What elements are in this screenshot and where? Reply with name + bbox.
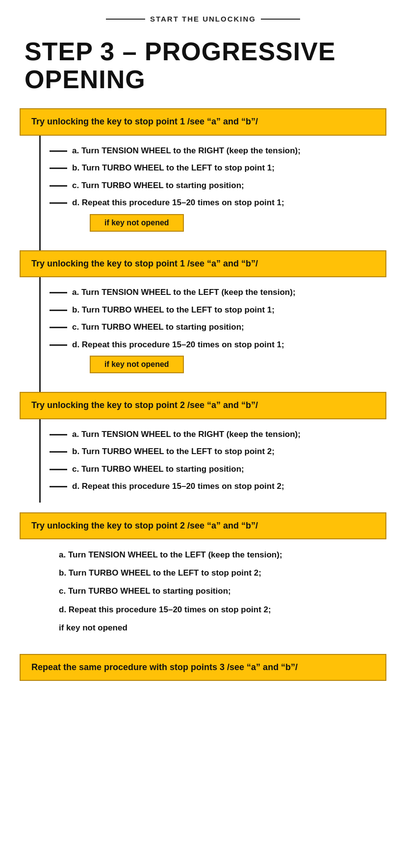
step-dash [50,202,67,204]
section3-banner: Try unlocking the key to stop point 2 /s… [20,392,386,419]
section-3: Try unlocking the key to stop point 2 /s… [20,392,386,502]
list-item: d. Repeat this procedure 15–20 times on … [59,603,386,616]
section2-banner: Try unlocking the key to stop point 1 /s… [20,250,386,277]
list-item: d. Repeat this procedure 15–20 times on … [41,196,386,209]
step-text: d. Repeat this procedure 15–20 times on … [59,605,271,614]
list-item: a. Turn TENSION WHEEL to the RIGHT (keep… [41,145,386,157]
step-text: d. Repeat this procedure 15–20 times on … [72,196,284,209]
step-text: if key not opened [59,623,127,632]
list-item: a. Turn TENSION WHEEL to the LEFT (keep … [59,548,386,561]
step-dash [50,168,67,169]
step-text: b. Turn TURBO WHEEL to the LEFT to stop … [72,162,275,174]
step-dash [50,486,67,487]
step-dash [50,469,67,470]
step-text: d. Repeat this procedure 15–20 times on … [72,480,284,493]
section1-banner: Try unlocking the key to stop point 1 /s… [20,108,386,135]
step-text: b. Turn TURBO WHEEL to the LEFT to stop … [59,568,261,578]
section4-steps: a. Turn TENSION WHEEL to the LEFT (keep … [20,539,386,644]
step-text: a. Turn TENSION WHEEL to the RIGHT (keep… [72,428,301,441]
page: START THE UNLOCKING STEP 3 – PROGRESSIVE… [0,0,406,868]
step-text: a. Turn TENSION WHEEL to the LEFT (keep … [72,286,296,299]
header-title: START THE UNLOCKING [150,15,256,23]
list-item: d. Repeat this procedure 15–20 times on … [41,338,386,351]
step-text: c. Turn TURBO WHEEL to starting position… [72,321,244,334]
badge-container-2: if key not opened [50,356,386,373]
section1-steps: a. Turn TENSION WHEEL to the RIGHT (keep… [39,136,386,241]
list-item: a. Turn TENSION WHEEL to the RIGHT (keep… [41,428,386,441]
connector-2 [39,382,41,392]
step-dash [50,434,67,435]
step-text: c. Turn TURBO WHEEL to starting position… [72,179,244,192]
section2-steps: a. Turn TENSION WHEEL to the LEFT (keep … [39,277,386,382]
section3-steps: a. Turn TENSION WHEEL to the RIGHT (keep… [39,419,386,503]
step-dash [50,292,67,293]
list-item: if key not opened [59,621,386,634]
step-text: b. Turn TURBO WHEEL to the LEFT to stop … [72,445,275,458]
step-text: b. Turn TURBO WHEEL to the LEFT to stop … [72,304,275,316]
badge-container-1: if key not opened [50,214,386,232]
list-item: b. Turn TURBO WHEEL to the LEFT to stop … [59,566,386,579]
section2-badge: if key not opened [90,356,184,373]
step-dash [50,451,67,453]
step-dash [50,310,67,311]
section1-badge: if key not opened [90,214,184,232]
step-dash [50,344,67,346]
spacer-3 [20,503,386,512]
list-item: b. Turn TURBO WHEEL to the LEFT to stop … [41,445,386,458]
step-dash [50,150,67,152]
section-2: Try unlocking the key to stop point 1 /s… [20,250,386,382]
step-text: a. Turn TENSION WHEEL to the LEFT (keep … [59,550,282,559]
list-item: c. Turn TURBO WHEEL to starting position… [41,179,386,192]
step-dash [50,185,67,187]
spacer-4 [20,644,386,654]
header-rule-right [261,19,300,20]
list-item: c. Turn TURBO WHEEL to starting position… [41,321,386,334]
section-1: Try unlocking the key to stop point 1 /s… [20,108,386,240]
section-4: Try unlocking the key to stop point 2 /s… [20,512,386,644]
list-item: c. Turn TURBO WHEEL to starting position… [59,584,386,598]
step-text: c. Turn TURBO WHEEL to starting position… [59,586,231,596]
step-dash [50,327,67,328]
section4-banner: Try unlocking the key to stop point 2 /s… [20,512,386,539]
footer-banner: Repeat the same procedure with stop poin… [20,654,386,681]
list-item: b. Turn TURBO WHEEL to the LEFT to stop … [41,162,386,174]
list-item: d. Repeat this procedure 15–20 times on … [41,480,386,493]
step-text: c. Turn TURBO WHEEL to starting position… [72,463,244,476]
step-title: STEP 3 – PROGRESSIVE OPENING [25,38,386,94]
list-item: c. Turn TURBO WHEEL to starting position… [41,463,386,476]
list-item: b. Turn TURBO WHEEL to the LEFT to stop … [41,304,386,316]
header-rule-left [106,19,145,20]
step-text: a. Turn TENSION WHEEL to the RIGHT (keep… [72,145,301,157]
connector-1 [39,241,41,250]
step-text: d. Repeat this procedure 15–20 times on … [72,338,284,351]
top-header: START THE UNLOCKING [20,15,386,23]
list-item: a. Turn TENSION WHEEL to the LEFT (keep … [41,286,386,299]
